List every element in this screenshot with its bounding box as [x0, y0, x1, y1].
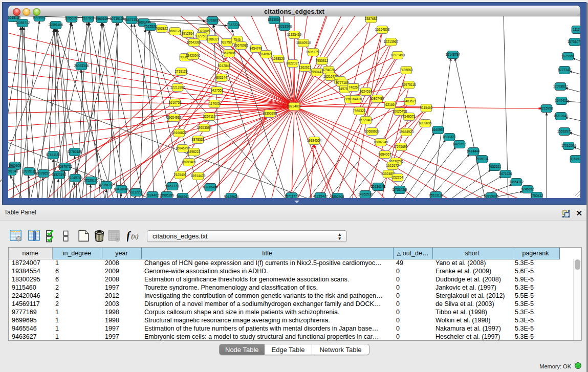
svg-text:9457771: 9457771: [166, 184, 179, 188]
svg-text:1640957: 1640957: [432, 128, 445, 132]
svg-text:7632621: 7632621: [489, 165, 502, 168]
svg-text:8215958: 8215958: [540, 106, 553, 110]
svg-text:16154808: 16154808: [375, 28, 390, 31]
svg-text:25053346: 25053346: [74, 64, 89, 68]
svg-text:9329966: 9329966: [562, 54, 575, 58]
svg-text:1588520: 1588520: [272, 57, 285, 60]
svg-text:42366712: 42366712: [99, 183, 114, 187]
svg-text:1527602: 1527602: [82, 16, 95, 20]
svg-text:11127: 11127: [573, 28, 580, 31]
svg-text:7625402: 7625402: [174, 173, 187, 177]
svg-text:55979711: 55979711: [58, 165, 72, 168]
svg-text:19166825: 19166825: [172, 131, 187, 135]
svg-text:7924402: 7924402: [146, 193, 159, 197]
svg-text:7866661: 7866661: [177, 195, 189, 198]
svg-text:19935181: 19935181: [22, 169, 37, 173]
svg-text:16961758: 16961758: [306, 50, 321, 54]
svg-text:10973493: 10973493: [390, 53, 405, 57]
svg-text:252254: 252254: [392, 176, 403, 179]
svg-text:15751074: 15751074: [568, 40, 580, 43]
svg-text:9427552: 9427552: [211, 89, 224, 92]
svg-text:3675685: 3675685: [223, 51, 236, 55]
svg-text:41215472: 41215472: [313, 194, 328, 198]
svg-text:803144: 803144: [216, 76, 227, 79]
svg-text:3852808: 3852808: [332, 195, 344, 198]
svg-text:17016504: 17016504: [561, 144, 576, 147]
svg-text:18807249: 18807249: [374, 140, 388, 144]
svg-text:7485063: 7485063: [400, 68, 413, 72]
svg-text:15720407: 15720407: [359, 118, 374, 122]
svg-text:1615172: 1615172: [386, 164, 399, 167]
svg-text:12975115: 12975115: [402, 83, 416, 86]
svg-text:7955812: 7955812: [316, 59, 329, 62]
svg-text:9242848: 9242848: [218, 64, 231, 68]
svg-text:10025458: 10025458: [393, 110, 407, 113]
svg-text:9750412: 9750412: [531, 194, 543, 198]
svg-text:9777169: 9777169: [336, 81, 349, 84]
svg-text:9463627: 9463627: [404, 99, 417, 103]
svg-text:2387682: 2387682: [365, 17, 378, 20]
svg-text:85995289: 85995289: [160, 193, 175, 197]
svg-text:19654932: 19654932: [167, 116, 182, 119]
svg-text:8822037: 8822037: [287, 61, 299, 65]
svg-text:11325419: 11325419: [287, 33, 301, 36]
svg-text:9245652: 9245652: [521, 187, 534, 191]
svg-text:63212233: 63212233: [129, 190, 144, 194]
svg-text:8938323: 8938323: [443, 135, 456, 139]
svg-text:7986322: 7986322: [353, 109, 366, 113]
svg-text:1362615: 1362615: [299, 65, 312, 69]
svg-text:116753: 116753: [571, 157, 580, 161]
svg-text:2718129: 2718129: [175, 70, 188, 73]
svg-text:18724007: 18724007: [287, 104, 302, 108]
svg-text:8186323: 8186323: [207, 37, 220, 41]
svg-text:71049746: 71049746: [68, 176, 83, 180]
svg-text:57491186: 57491186: [46, 153, 60, 157]
svg-text:1610755: 1610755: [169, 101, 182, 104]
svg-text:9146821: 9146821: [260, 52, 273, 56]
svg-text:16099489: 16099489: [182, 160, 197, 164]
svg-text:15692971: 15692971: [557, 129, 572, 133]
svg-text:6794028: 6794028: [322, 68, 335, 72]
svg-text:7549575: 7549575: [403, 115, 416, 118]
svg-text:46281948: 46281948: [8, 169, 18, 173]
svg-text:20691406: 20691406: [49, 23, 63, 27]
svg-text:2935134: 2935134: [476, 157, 489, 161]
svg-text:1244415: 1244415: [555, 99, 568, 102]
svg-text:16046798: 16046798: [176, 146, 190, 150]
svg-text:16148784: 16148784: [446, 53, 461, 56]
svg-text:13716485: 13716485: [203, 185, 218, 189]
svg-text:(x): (x): [131, 232, 139, 240]
svg-text:8912954: 8912954: [182, 32, 194, 35]
svg-text:52760189: 52760189: [68, 150, 82, 154]
svg-text:10719155: 10719155: [110, 17, 125, 20]
svg-text:16914479: 16914479: [191, 174, 206, 178]
svg-text:10688639: 10688639: [365, 129, 380, 133]
svg-text:9684067: 9684067: [379, 152, 391, 156]
svg-text:10654112: 10654112: [509, 180, 524, 184]
svg-text:7663822: 7663822: [156, 27, 168, 30]
svg-text:54323194: 54323194: [52, 173, 67, 177]
svg-text:18300295: 18300295: [263, 112, 277, 115]
svg-text:6479197: 6479197: [453, 142, 466, 146]
svg-text:12213382: 12213382: [170, 85, 185, 89]
svg-text:8660124: 8660124: [169, 29, 182, 33]
svg-text:8878332: 8878332: [192, 138, 205, 141]
svg-text:90139624: 90139624: [224, 195, 239, 198]
svg-text:12213967: 12213967: [384, 40, 399, 43]
svg-text:6899695: 6899695: [419, 121, 432, 125]
svg-text:8471626: 8471626: [499, 172, 512, 176]
svg-text:16543382: 16543382: [187, 40, 202, 44]
svg-text:19353594: 19353594: [197, 126, 212, 129]
svg-text:9474444: 9474444: [467, 149, 480, 153]
svg-text:19384554: 19384554: [307, 139, 322, 142]
svg-text:9227342: 9227342: [558, 68, 571, 72]
svg-text:74626: 74626: [349, 85, 358, 89]
svg-text:8990443: 8990443: [311, 70, 323, 74]
svg-text:23676081: 23676081: [234, 43, 249, 47]
svg-text:53799075: 53799075: [484, 194, 499, 198]
svg-text:22420046: 22420046: [186, 54, 201, 57]
svg-text:19654923: 19654923: [399, 130, 414, 134]
svg-text:10807487: 10807487: [370, 97, 385, 100]
svg-text:15136141: 15136141: [371, 185, 386, 188]
svg-text:16033809: 16033809: [205, 18, 220, 22]
